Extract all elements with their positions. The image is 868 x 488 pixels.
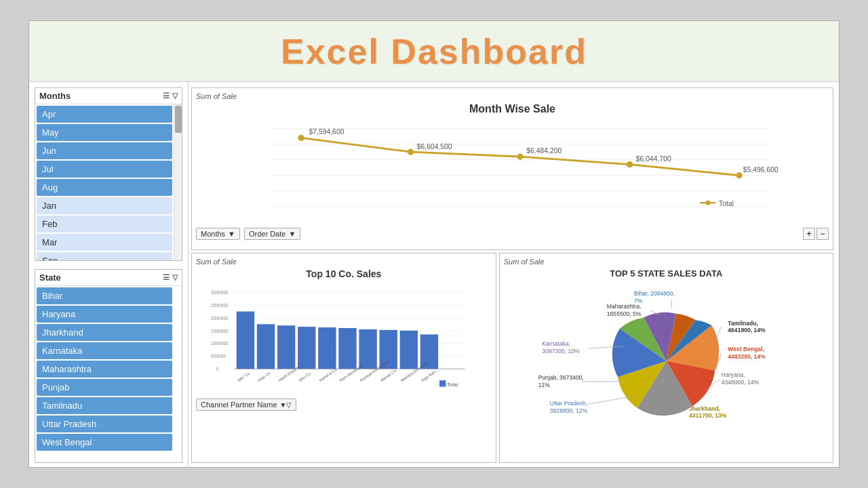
svg-text:7%: 7% <box>634 298 643 304</box>
state-bihar[interactable]: Bihar <box>37 287 172 304</box>
pie-chart-svg: Tamilnadu, 4641900, 14% West Bengal, 448… <box>504 281 829 424</box>
svg-rect-34 <box>257 324 275 369</box>
bar-chart-title: Top 10 Co. Sales <box>196 268 492 279</box>
svg-point-17 <box>706 201 711 205</box>
bar-chart-area: Sum of Sale Top 10 Co. Sales 3000000 250… <box>191 253 496 463</box>
multi-select-icon[interactable]: ☰ <box>163 92 170 100</box>
svg-text:Karnataka,: Karnataka, <box>542 340 570 347</box>
svg-text:Maharashtra,: Maharashtra, <box>607 303 642 310</box>
left-panel: Months ☰ ▽ Apr May Jun Jul Aug Jan Feb M… <box>29 82 189 468</box>
svg-text:Manish Co: Manish Co <box>380 369 397 382</box>
zoom-out-btn[interactable]: − <box>816 228 829 240</box>
svg-rect-38 <box>338 328 356 369</box>
state-west-bengal[interactable]: West Bengal <box>37 434 172 451</box>
state-karnataka[interactable]: Karnataka <box>37 342 172 359</box>
content-area: Months ☰ ▽ Apr May Jun Jul Aug Jan Feb M… <box>29 82 839 468</box>
state-haryana[interactable]: Haryana <box>37 306 172 323</box>
state-uttar-pradesh[interactable]: Uttar Pradesh <box>37 415 172 432</box>
month-jan[interactable]: Jan <box>37 197 172 214</box>
slicer-icons: ☰ ▽ <box>163 92 178 100</box>
svg-text:Raja Ram...: Raja Ram... <box>420 367 439 382</box>
svg-text:Tamilnadu,: Tamilnadu, <box>728 320 758 327</box>
svg-line-77 <box>587 396 633 404</box>
filter-icon[interactable]: ▽ <box>172 92 178 100</box>
svg-rect-33 <box>237 312 254 369</box>
svg-text:0: 0 <box>216 367 219 371</box>
svg-text:Dilio Co: Dilio Co <box>298 371 311 382</box>
svg-text:4311700, 13%: 4311700, 13% <box>689 412 727 419</box>
months-filter-label: Months <box>201 230 225 238</box>
month-feb[interactable]: Feb <box>37 216 172 232</box>
months-slicer: Months ☰ ▽ Apr May Jun Jul Aug Jan Feb M… <box>35 87 182 261</box>
svg-rect-53 <box>439 380 446 386</box>
svg-point-7 <box>408 149 414 155</box>
line-chart-area: Sum of Sale Month Wise Sale <box>191 87 833 250</box>
app-title: Excel Dashboard <box>281 31 587 72</box>
line-chart-footer: Months ▼ Order Date ▼ + − <box>196 228 829 240</box>
svg-text:$7,594,600: $7,594,600 <box>309 128 344 136</box>
month-jul[interactable]: Jul <box>37 161 172 178</box>
channel-partner-label: Channel Partner Name <box>201 401 277 409</box>
svg-text:$5,496,600: $5,496,600 <box>743 166 778 174</box>
svg-text:$6,604,500: $6,604,500 <box>417 143 452 150</box>
svg-text:3000000: 3000000 <box>211 290 229 295</box>
month-aug[interactable]: Aug <box>37 179 172 196</box>
scrollbar-thumb <box>175 106 182 133</box>
line-chart-svg: $7,594,600 $6,604,500 $6,484,200 $6,044,… <box>196 121 829 222</box>
month-sep[interactable]: Sep <box>37 252 172 260</box>
svg-text:1500000: 1500000 <box>211 329 229 333</box>
svg-text:2500000: 2500000 <box>211 303 229 308</box>
svg-text:Uttar Pradesh,: Uttar Pradesh, <box>550 400 587 407</box>
bar-chart-svg: 3000000 2500000 2000000 1500000 1000000 … <box>196 285 492 393</box>
state-filter-icon[interactable]: ▽ <box>172 273 178 282</box>
svg-text:Total: Total <box>719 200 734 207</box>
state-punjab[interactable]: Punjab <box>37 379 172 396</box>
state-list: Bihar Haryana Jharkhand Karnataka Mahara… <box>35 286 182 452</box>
state-maharashtra[interactable]: Maharashtra <box>37 361 172 378</box>
svg-text:Punjab, 3673400,: Punjab, 3673400, <box>538 374 583 381</box>
month-mar[interactable]: Mar <box>37 234 172 251</box>
bar-chart-sum-label: Sum of Sale <box>196 258 492 266</box>
channel-partner-filter-btn[interactable]: Channel Partner Name ▼▽ <box>196 399 296 411</box>
line-chart-sum-label: Sum of Sale <box>196 92 829 100</box>
pie-chart-area: Sum of Sale TOP 5 STATE SALES DATA <box>499 253 833 463</box>
channel-filter-icon: ▼▽ <box>280 401 292 409</box>
svg-text:1655500, 5%: 1655500, 5% <box>607 310 642 317</box>
month-apr[interactable]: Apr <box>37 106 172 123</box>
months-dropdown-icon: ▼ <box>228 230 235 238</box>
svg-text:West Bengal,: West Bengal, <box>728 346 764 352</box>
state-jharkhand[interactable]: Jharkhand <box>37 324 172 341</box>
months-filter-btn[interactable]: Months ▼ <box>196 228 240 240</box>
state-slicer: State ☰ ▽ Bihar Haryana Jharkhand Karnat… <box>35 269 182 463</box>
months-scrollbar[interactable] <box>174 104 182 260</box>
svg-text:Total: Total <box>447 382 458 388</box>
svg-text:Kamal & Co: Kamal & Co <box>318 367 337 382</box>
line-chart-title: Month Wise Sale <box>196 103 829 115</box>
svg-point-10 <box>736 172 743 178</box>
zoom-in-btn[interactable]: + <box>803 228 815 240</box>
svg-text:Bihar, 2084800,: Bihar, 2084800, <box>634 290 675 297</box>
header: Excel Dashboard <box>29 21 839 82</box>
svg-text:$6,484,200: $6,484,200 <box>526 147 561 155</box>
order-date-filter-btn[interactable]: Order Date ▼ <box>244 228 300 240</box>
bottom-charts: Sum of Sale Top 10 Co. Sales 3000000 250… <box>191 253 833 463</box>
svg-text:4641900, 14%: 4641900, 14% <box>728 327 766 333</box>
state-tamilnadu[interactable]: Tamilnadu <box>37 397 172 414</box>
svg-text:4348000, 14%: 4348000, 14% <box>721 379 759 386</box>
svg-text:1000000: 1000000 <box>211 341 229 346</box>
svg-rect-39 <box>359 329 376 369</box>
svg-rect-36 <box>298 327 315 369</box>
zoom-controls: + − <box>803 228 829 240</box>
svg-rect-35 <box>277 325 295 369</box>
bar-chart-footer: Channel Partner Name ▼▽ <box>196 399 492 411</box>
svg-text:Haryana,: Haryana, <box>721 371 745 378</box>
month-may[interactable]: May <box>37 124 172 141</box>
months-label: Months <box>39 91 71 101</box>
svg-point-8 <box>517 153 523 159</box>
order-date-label: Order Date <box>249 230 285 238</box>
month-jun[interactable]: Jun <box>37 142 172 159</box>
svg-text:Jharkhand,: Jharkhand, <box>689 405 720 412</box>
svg-text:2000000: 2000000 <box>211 316 229 321</box>
state-multi-select-icon[interactable]: ☰ <box>163 273 170 282</box>
svg-text:500000: 500000 <box>211 354 226 359</box>
